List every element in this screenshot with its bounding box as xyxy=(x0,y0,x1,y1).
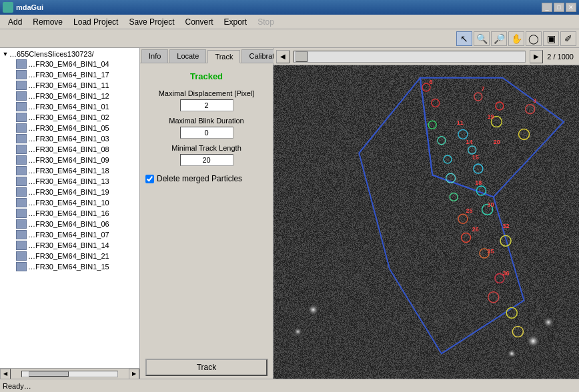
slider-thumb[interactable] xyxy=(296,51,308,62)
tree-item[interactable]: …FR30_EM64_BIN1_19 xyxy=(13,187,139,197)
tree-file-icon xyxy=(16,59,27,69)
displacement-input[interactable] xyxy=(180,99,233,111)
tree-item-label: …FR30_EM64_BIN1_05 xyxy=(28,124,109,132)
frame-slider[interactable] xyxy=(294,51,526,63)
statusbar: Ready… xyxy=(0,379,579,392)
status-tracked: Tracked xyxy=(145,71,267,81)
tree-file-icon xyxy=(16,81,27,90)
scroll-thumb[interactable] xyxy=(29,371,69,377)
window-controls: _ □ ✕ xyxy=(542,3,576,12)
tree-item-label: …FR30_EM64_BIN1_18 xyxy=(28,167,109,175)
tree-item-label: …FR30_EM64_BIN1_07 xyxy=(28,231,109,239)
maximize-button[interactable]: □ xyxy=(554,3,564,12)
tree-root: ▼ …655ClensSlices130723/ …FR30_EM64_BIN1… xyxy=(0,48,139,273)
tree-item[interactable]: …FR30_EM64_BIN1_18 xyxy=(13,165,139,176)
menu-save-project[interactable]: Save Project xyxy=(123,16,179,28)
main-area: ▼ …655ClensSlices130723/ …FR30_EM64_BIN1… xyxy=(0,48,579,379)
horizontal-scrollbar[interactable]: ◀ ▶ xyxy=(0,368,139,379)
track-length-field: Minimal Track Length xyxy=(145,144,267,166)
frame-next-button[interactable]: ▶ xyxy=(530,50,543,63)
app-icon xyxy=(3,2,13,13)
tab-track[interactable]: Track xyxy=(207,50,240,63)
tree-item-label: …FR30_EM64_BIN1_13 xyxy=(28,177,109,185)
track-button[interactable]: Track xyxy=(145,359,267,376)
tree-item-label: …FR30_EM64_BIN1_09 xyxy=(28,156,109,164)
tree-root-item[interactable]: ▼ …655ClensSlices130723/ xyxy=(0,49,139,59)
blink-label: Maximal Blink Duration xyxy=(145,117,267,125)
tree-file-icon xyxy=(16,262,27,271)
zoom-out-button[interactable]: 🔎 xyxy=(491,31,507,46)
tree-file-icon xyxy=(16,241,27,250)
tree-panel: ▼ …655ClensSlices130723/ …FR30_EM64_BIN1… xyxy=(0,48,140,379)
tab-bar: Info Locate Track Calibrate xyxy=(140,48,273,63)
scroll-left-button[interactable]: ◀ xyxy=(0,369,11,379)
roi-button[interactable]: ▣ xyxy=(543,31,559,46)
scroll-right-button[interactable]: ▶ xyxy=(129,369,139,379)
file-tree[interactable]: ▼ …655ClensSlices130723/ …FR30_EM64_BIN1… xyxy=(0,48,139,368)
paint-button[interactable]: ✐ xyxy=(560,31,576,46)
tree-item-label: …FR30_EM64_BIN1_19 xyxy=(28,188,109,196)
tree-file-icon xyxy=(16,113,27,122)
menu-export[interactable]: Export xyxy=(219,16,253,28)
tree-expand-icon[interactable]: ▼ xyxy=(1,50,9,58)
tab-info[interactable]: Info xyxy=(141,49,168,63)
close-button[interactable]: ✕ xyxy=(566,3,576,12)
tree-item[interactable]: …FR30_EM64_BIN1_05 xyxy=(13,123,139,133)
delete-merged-checkbox[interactable] xyxy=(145,175,154,183)
tree-item-label: …FR30_EM64_BIN1_06 xyxy=(28,220,109,228)
tree-item[interactable]: …FR30_EM64_BIN1_11 xyxy=(13,80,139,91)
blink-field: Maximal Blink Duration xyxy=(145,117,267,139)
tree-file-icon xyxy=(16,198,27,207)
titlebar: mdaGui _ □ ✕ xyxy=(0,0,579,15)
tree-item[interactable]: …FR30_EM64_BIN1_17 xyxy=(13,69,139,80)
tree-item[interactable]: …FR30_EM64_BIN1_02 xyxy=(13,112,139,123)
tree-item[interactable]: …FR30_EM64_BIN1_04 xyxy=(13,59,139,69)
tab-locate[interactable]: Locate xyxy=(169,49,206,63)
image-panel: ◀ ▶ 2 / 1000 xyxy=(273,48,579,379)
tree-file-icon xyxy=(16,123,27,133)
tree-item[interactable]: …FR30_EM64_BIN1_21 xyxy=(13,251,139,261)
tree-item[interactable]: …FR30_EM64_BIN1_08 xyxy=(13,144,139,155)
track-length-input[interactable] xyxy=(180,154,233,166)
cursor-tool-button[interactable]: ↖ xyxy=(456,31,472,46)
tree-item[interactable]: …FR30_EM64_BIN1_10 xyxy=(13,197,139,208)
tree-item[interactable]: …FR30_EM64_BIN1_12 xyxy=(13,91,139,101)
tree-file-icon xyxy=(16,70,27,79)
frame-counter: 2 / 1000 xyxy=(544,53,576,61)
scroll-track[interactable] xyxy=(21,371,118,377)
tree-item-label: …FR30_EM64_BIN1_04 xyxy=(28,60,109,68)
zoom-in-button[interactable]: 🔍 xyxy=(474,31,490,46)
tree-item[interactable]: …FR30_EM64_BIN1_13 xyxy=(13,176,139,187)
tree-item[interactable]: …FR30_EM64_BIN1_16 xyxy=(13,208,139,219)
frame-prev-button[interactable]: ◀ xyxy=(276,50,290,63)
tree-item[interactable]: …FR30_EM64_BIN1_09 xyxy=(13,155,139,165)
menu-convert[interactable]: Convert xyxy=(179,16,218,28)
tree-item-label: …FR30_EM64_BIN1_14 xyxy=(28,241,109,249)
menu-add[interactable]: Add xyxy=(3,16,27,28)
tree-file-icon xyxy=(16,155,27,165)
tree-file-icon xyxy=(16,91,27,101)
image-display[interactable] xyxy=(273,65,579,379)
tree-item[interactable]: …FR30_EM64_BIN1_07 xyxy=(13,229,139,240)
window-title: mdaGui xyxy=(16,3,542,11)
tree-file-icon xyxy=(16,209,27,218)
tree-item[interactable]: …FR30_EM64_BIN1_15 xyxy=(13,261,139,272)
tree-item-label: …FR30_EM64_BIN1_21 xyxy=(28,252,109,260)
pan-button[interactable]: ✋ xyxy=(508,31,524,46)
toolbar: ↖ 🔍 🔎 ✋ ◯ ▣ ✐ xyxy=(0,29,579,48)
menu-remove[interactable]: Remove xyxy=(27,16,68,28)
image-toolbar: ◀ ▶ 2 / 1000 xyxy=(273,48,579,65)
menu-load-project[interactable]: Load Project xyxy=(68,16,123,28)
circle-tool-button[interactable]: ◯ xyxy=(526,31,542,46)
tree-item[interactable]: …FR30_EM64_BIN1_01 xyxy=(13,101,139,112)
status-text: Ready… xyxy=(3,382,31,390)
tree-file-icon xyxy=(16,102,27,111)
tree-root-label: …655ClensSlices130723/ xyxy=(9,50,94,58)
tree-item[interactable]: …FR30_EM64_BIN1_14 xyxy=(13,240,139,251)
blink-input[interactable] xyxy=(180,127,233,139)
minimize-button[interactable]: _ xyxy=(542,3,552,12)
displacement-field: Maximal Displacement [Pixel] xyxy=(145,89,267,111)
tree-item[interactable]: …FR30_EM64_BIN1_03 xyxy=(13,133,139,144)
tree-item[interactable]: …FR30_EM64_BIN1_06 xyxy=(13,219,139,229)
tree-file-icon xyxy=(16,145,27,154)
